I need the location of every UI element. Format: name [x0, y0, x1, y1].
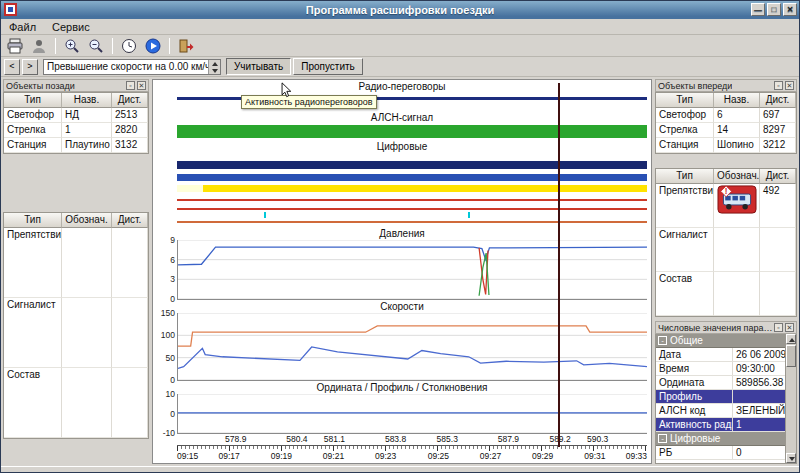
panel-float-icon[interactable]: ▫ [774, 323, 783, 332]
prev-event-button[interactable]: < [4, 59, 20, 75]
time-button[interactable] [118, 37, 140, 55]
table-cell: Светофор [656, 108, 714, 123]
panel-close-icon[interactable]: ✕ [137, 81, 146, 90]
table-cell [714, 228, 760, 272]
zoom-in-button[interactable] [61, 37, 83, 55]
column-header[interactable]: Назв. [62, 93, 112, 108]
ordinate-chart[interactable]: -10010 [177, 394, 647, 434]
menu-service[interactable]: Сервис [44, 19, 98, 34]
minimize-button[interactable]: — [751, 3, 765, 16]
column-header[interactable]: Обознач. [62, 213, 112, 228]
speed-chart[interactable]: 050100150 [177, 313, 647, 381]
driver-info-button[interactable] [28, 37, 50, 55]
table-row[interactable]: Состав [656, 272, 796, 316]
menu-file[interactable]: Файл [1, 19, 44, 34]
signal-bar [177, 221, 647, 223]
table-row[interactable]: Стрелка148297 [656, 123, 796, 138]
time-tick-label: 09:31 [584, 451, 605, 461]
table-row[interactable]: Препятствие [4, 228, 148, 298]
table-cell: Светофор [4, 108, 62, 123]
table-cell: Сигналист [4, 298, 62, 368]
table-cell: Станция [656, 138, 714, 153]
column-header[interactable]: Тип [656, 93, 714, 108]
table-row[interactable]: СтанцияШопино3212 [656, 138, 796, 153]
table-cell [62, 368, 112, 438]
spin-up-icon[interactable] [209, 60, 220, 67]
table-row[interactable]: Препятствие!492 [656, 184, 796, 228]
event-combo[interactable]: Превышение скорости на 0.00 км/ч [43, 59, 221, 75]
table-row[interactable]: Сигналист [656, 228, 796, 272]
status-bar [1, 466, 799, 472]
panel-close-icon[interactable]: ✕ [785, 323, 794, 332]
numeric-scrollbar[interactable] [785, 334, 796, 463]
consider-button[interactable]: Учитывать [226, 58, 291, 75]
digital-signals-strip[interactable] [177, 153, 647, 227]
titlebar[interactable]: Программа расшифровки поездки — □ ✕ [1, 1, 799, 19]
content-area: Объекты позади ▫ ✕ ТипНазв.Дист.Светофор… [1, 77, 799, 466]
column-header[interactable]: Назв. [714, 93, 760, 108]
next-event-button[interactable]: > [22, 59, 38, 75]
print-button[interactable] [4, 37, 26, 55]
maximize-button[interactable]: □ [767, 3, 781, 16]
zoom-out-button[interactable] [85, 37, 107, 55]
chart-title-digital: Цифровые [153, 140, 651, 153]
exit-button[interactable] [175, 37, 197, 55]
skip-button[interactable]: Пропустить [293, 58, 363, 75]
time-cursor[interactable] [558, 83, 560, 447]
column-header[interactable]: Дист. [112, 93, 148, 108]
time-tick-label: 09:29 [532, 451, 553, 461]
scroll-up-icon[interactable] [786, 334, 796, 344]
collapse-icon[interactable]: - [658, 336, 667, 345]
param-value: 0 [733, 446, 785, 459]
table-row[interactable]: Сигналист [4, 298, 148, 368]
numeric-section-row[interactable]: -Цифровые [656, 432, 785, 446]
numeric-row[interactable]: АЛСН кодЗЕЛЕНЫЙ [656, 404, 785, 418]
print-icon [7, 38, 23, 54]
numeric-row[interactable]: РБ0 [656, 446, 785, 460]
pressure-chart[interactable]: 0369 [177, 240, 647, 300]
column-header[interactable]: Дист. [760, 169, 796, 184]
numeric-row[interactable]: Активность радио1 [656, 418, 785, 432]
app-icon [4, 3, 17, 16]
column-header[interactable]: Дист. [760, 93, 796, 108]
play-button[interactable] [142, 37, 164, 55]
numeric-row[interactable]: Время09:30:00 [656, 362, 785, 376]
objects-ahead-panel: Объекты впереди ▫ ✕ ТипНазв.Дист.Светофо… [655, 79, 797, 464]
panel-close-icon[interactable]: ✕ [785, 81, 794, 90]
objects-behind-table: ТипНазв.Дист.СветофорНД2513Стрелка12820С… [3, 92, 149, 154]
table-cell: Препятствие [4, 228, 62, 298]
column-header[interactable]: Обознач. [714, 169, 760, 184]
table-row[interactable]: Состав [4, 368, 148, 438]
numeric-section-row[interactable]: -Общие [656, 334, 785, 348]
collapse-icon[interactable]: - [658, 434, 667, 443]
signal-bar [177, 185, 203, 192]
param-value: 1 [733, 418, 785, 431]
scroll-down-icon[interactable] [786, 453, 796, 463]
numeric-row[interactable]: Профиль [656, 390, 785, 404]
numeric-row[interactable]: Ордината589856.38 [656, 376, 785, 390]
spin-down-icon[interactable] [209, 67, 220, 74]
table-row[interactable]: Стрелка12820 [4, 123, 148, 138]
alsn-signal-strip[interactable] [177, 124, 647, 140]
tooltip: Активность радиопереговоров [241, 95, 377, 109]
column-header[interactable]: Тип [4, 93, 62, 108]
table-row[interactable]: СтанцияПлаутино3132 [4, 138, 148, 153]
column-header[interactable]: Тип [656, 169, 714, 184]
scroll-track[interactable] [786, 368, 796, 453]
toolbar-separator [55, 38, 56, 54]
close-button[interactable]: ✕ [783, 3, 797, 16]
numeric-row[interactable]: Дата26 06 2009 [656, 348, 785, 362]
column-header[interactable]: Тип [4, 213, 62, 228]
table-row[interactable]: Светофор6697 [656, 108, 796, 123]
section-label: Цифровые [670, 433, 720, 444]
table-cell [112, 368, 148, 438]
table-row[interactable]: СветофорНД2513 [4, 108, 148, 123]
y-axis-tick-label: 0 [155, 294, 175, 304]
panel-float-icon[interactable]: ▫ [126, 81, 135, 90]
toolbar-separator [169, 38, 170, 54]
column-header[interactable]: Дист. [112, 213, 148, 228]
panel-float-icon[interactable]: ▫ [774, 81, 783, 90]
numeric-values-header: Числовые значения параметр... ▫ ✕ [655, 321, 797, 334]
time-axis: 09:1509:1709:1909:2109:2309:2509:2709:29… [177, 445, 647, 462]
scroll-thumb[interactable] [786, 345, 796, 367]
